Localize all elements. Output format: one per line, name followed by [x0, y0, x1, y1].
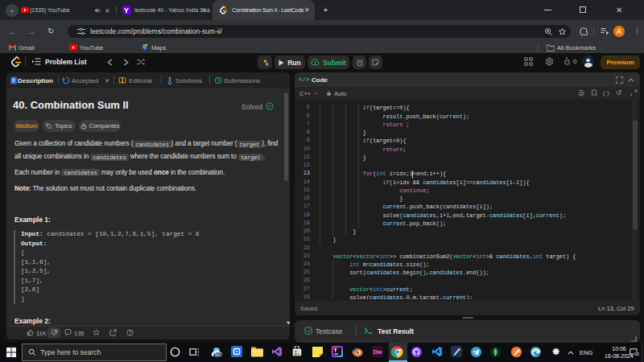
svg-text:20: 20: [635, 352, 639, 356]
svg-text:Dw: Dw: [374, 349, 382, 355]
svg-text:99+: 99+: [215, 353, 221, 357]
